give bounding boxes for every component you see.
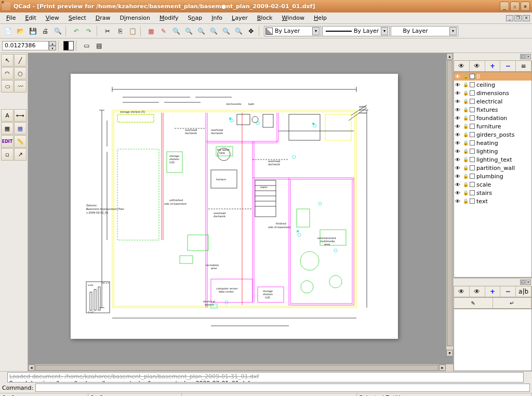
eye-icon[interactable]: 👁 [455, 165, 461, 171]
close-button[interactable]: × [521, 2, 530, 11]
menu-dimension[interactable]: Dimension [116, 14, 155, 22]
layer-row-partition_wall[interactable]: 👁🔒partition_wall [454, 164, 531, 172]
tool-hatch[interactable]: ▦ [1, 122, 14, 135]
fit-page-icon[interactable]: ▭ [81, 40, 92, 51]
layer-row-stairs[interactable]: 👁🔒stairs [454, 189, 531, 197]
lock-icon[interactable]: 🔒 [463, 199, 468, 204]
layer-row-furniture[interactable]: 👁🔒furniture [454, 122, 531, 130]
layer-row-lighting_text[interactable]: 👁🔒lighting_text [454, 155, 531, 164]
menu-edit[interactable]: Edit [21, 14, 40, 22]
mdi-minimize[interactable]: _ [506, 15, 513, 21]
lock-icon[interactable]: 🔒 [463, 190, 468, 195]
zoom-auto-icon[interactable]: 🔍 [208, 25, 219, 37]
layer-add-button[interactable]: + [485, 61, 501, 71]
block-show-icon[interactable]: 👁 [454, 286, 470, 297]
menu-draw[interactable]: Draw [91, 14, 115, 22]
eye-icon[interactable]: 👁 [455, 107, 461, 113]
copy-icon[interactable]: ⎘ [114, 25, 126, 37]
eye-icon[interactable]: 👁 [455, 90, 461, 96]
mdi-close[interactable]: × [523, 15, 530, 21]
block-add-button[interactable]: + [485, 286, 501, 297]
cmd-close-icon[interactable]: × [1, 0, 6, 5]
lock-icon[interactable]: 🔒 [463, 82, 468, 87]
print-preview-icon[interactable]: 🔍 [52, 25, 63, 37]
block-rename-icon[interactable]: a|b [516, 286, 531, 297]
menu-window[interactable]: Window [278, 14, 309, 22]
draft-icon[interactable]: ✎ [158, 25, 169, 37]
scale-up[interactable]: ▴ [49, 41, 56, 46]
zoom-redraw-icon[interactable]: 🔍 [170, 25, 182, 37]
scale-input[interactable] [2, 41, 49, 50]
linewidth-combo[interactable]: By Layer ▾ [322, 26, 390, 36]
layer-row-plumbing[interactable]: 👁🔒plumbing [454, 172, 531, 180]
color-combo[interactable]: By Layer ▾ [264, 26, 321, 36]
menu-block[interactable]: Block [253, 14, 277, 22]
tool-line[interactable]: ╱ [14, 54, 26, 67]
paste-icon[interactable]: 📋 [127, 25, 138, 37]
eye-icon[interactable]: 👁 [455, 157, 461, 163]
undo-icon[interactable]: ↶ [71, 25, 82, 37]
redo-icon[interactable]: ↷ [83, 25, 95, 37]
eye-icon[interactable]: 👁 [455, 74, 461, 80]
lock-icon[interactable]: 🔒 [463, 124, 468, 129]
menu-file[interactable]: File [2, 14, 20, 22]
eye-icon[interactable]: 👁 [455, 132, 461, 138]
open-icon[interactable]: 📂 [15, 25, 26, 37]
layer-row-text[interactable]: 👁🔒text [454, 197, 531, 205]
block-edit-icon[interactable]: ✎ [454, 298, 493, 308]
command-input[interactable] [35, 384, 530, 392]
eye-icon[interactable]: 👁 [455, 124, 461, 129]
block-list[interactable] [454, 309, 532, 371]
lock-icon[interactable]: 🔒 [463, 174, 468, 179]
lock-icon[interactable]: 🔒 [463, 165, 468, 170]
menu-view[interactable]: View [42, 14, 63, 22]
lock-icon[interactable]: 🔒 [463, 107, 468, 112]
tool-dimension[interactable]: ⟷ [14, 109, 26, 122]
layer-row-girders_posts[interactable]: 👁🔒girders_posts [454, 130, 531, 139]
tool-text[interactable]: A [1, 109, 14, 122]
tool-polyline[interactable]: 〰 [14, 80, 26, 93]
tool-block[interactable]: ↗ [14, 148, 26, 161]
zoom-out-icon[interactable]: 🔍 [195, 25, 207, 37]
menu-select[interactable]: Select [64, 14, 90, 22]
tool-measure[interactable]: 📏 [14, 135, 26, 148]
menu-info[interactable]: Info [207, 14, 227, 22]
layer-panel-close[interactable]: × [526, 54, 531, 59]
cut-icon[interactable]: ✂ [102, 25, 113, 37]
tool-edit[interactable]: EDIT [1, 135, 14, 148]
layer-row-foundation[interactable]: 👁🔒foundation [454, 114, 531, 122]
tool-image[interactable]: ▦ [14, 122, 26, 135]
menu-help[interactable]: Help [310, 14, 331, 22]
layer-remove-button[interactable]: − [500, 61, 516, 71]
save-icon[interactable]: 💾 [27, 25, 38, 37]
layer-row-heating[interactable]: 👁🔒heating [454, 139, 531, 147]
layer-row-scale[interactable]: 👁🔒scale [454, 180, 531, 189]
block-hide-icon[interactable]: 👁 [470, 286, 485, 297]
vertical-scrollbar[interactable]: ▴ ▾ [446, 53, 453, 357]
mdi-restore[interactable]: ❐ [514, 15, 522, 21]
block-panel-undock[interactable]: ◱ [520, 280, 525, 285]
lock-icon[interactable]: 🔒 [463, 90, 468, 96]
tool-arc[interactable]: ◠ [1, 67, 14, 80]
tool-select[interactable]: ▫ [1, 148, 14, 161]
grid-icon[interactable]: ▦ [145, 25, 157, 37]
layer-list[interactable]: 👁🔒0👁🔒ceiling👁🔒dimensions👁🔒electrical👁🔒fi… [454, 72, 532, 278]
layer-row-fixtures[interactable]: 👁🔒fixtures [454, 105, 531, 114]
eye-icon[interactable]: 👁 [455, 140, 461, 146]
block-insert-icon[interactable]: ↵ [493, 298, 532, 308]
layer-edit-icon[interactable]: ≡ [516, 61, 531, 71]
lock-icon[interactable]: 🔒 [463, 140, 468, 146]
layer-show-all-icon[interactable]: 👁 [454, 61, 470, 71]
eye-icon[interactable]: 👁 [455, 82, 461, 88]
menu-snap[interactable]: Snap [184, 14, 207, 22]
new-icon[interactable]: 📄 [2, 25, 14, 37]
zoom-prev-icon[interactable]: 🔍 [220, 25, 232, 37]
print-icon[interactable]: 🖨 [39, 25, 51, 37]
layer-row-lighting[interactable]: 👁🔒lighting [454, 147, 531, 155]
tool-ellipse[interactable]: ⬭ [1, 80, 14, 93]
layer-row-ceiling[interactable]: 👁🔒ceiling [454, 81, 531, 89]
eye-icon[interactable]: 👁 [455, 149, 461, 154]
layer-row-electrical[interactable]: 👁🔒electrical [454, 97, 531, 105]
drawing-canvas[interactable]: ✕ ✕ ✕ [28, 53, 453, 364]
zoom-pan-icon[interactable]: ✥ [245, 25, 257, 37]
